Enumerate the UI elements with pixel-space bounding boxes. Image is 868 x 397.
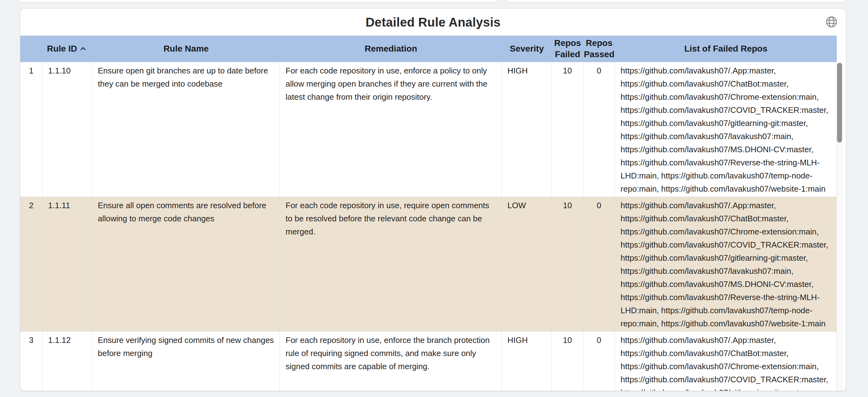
cell-rule-name: Ensure verifying signed commits of new c… [92, 332, 280, 391]
column-header-repos-failed[interactable]: Repos Failed [552, 36, 583, 62]
adjacent-card-bottom-left [20, 0, 498, 2]
cell-repos-passed: 0 [583, 197, 615, 331]
detailed-rule-analysis-card: Detailed Rule Analysis Rule ID Rule Name… [20, 8, 846, 391]
table-row: 3 1.1.12 Ensure verifying signed commits… [20, 332, 837, 391]
cell-failed-repos: https://github.com/lavakush07/.App:maste… [615, 332, 837, 391]
sort-ascending-icon [79, 44, 88, 54]
cell-rule-id: 1.1.11 [42, 197, 92, 331]
cell-severity: HIGH [502, 332, 552, 391]
scrollbar-thumb[interactable] [837, 63, 842, 143]
column-header-index [20, 36, 42, 62]
cell-failed-repos: https://github.com/lavakush07/.App:maste… [615, 197, 837, 331]
column-header-failed-repos[interactable]: List of Failed Repos [615, 36, 837, 62]
adjacent-card-bottom-right [506, 0, 846, 2]
column-header-severity-label: Severity [510, 43, 544, 54]
cell-remediation: For each code repository in use, require… [280, 197, 502, 331]
cell-failed-repos: https://github.com/lavakush07/.App:maste… [615, 62, 837, 196]
column-header-failed-repos-label: List of Failed Repos [684, 43, 767, 54]
cell-rule-name: Ensure open git branches are up to date … [92, 62, 280, 196]
cell-repos-passed: 0 [583, 62, 615, 196]
column-header-repos-failed-label: Repos Failed [554, 37, 582, 60]
column-header-rule-id[interactable]: Rule ID [42, 36, 92, 62]
column-header-remediation[interactable]: Remediation [280, 36, 502, 62]
cell-remediation: For each code repository in use, enforce… [280, 62, 502, 196]
cell-repos-passed: 0 [583, 332, 615, 391]
column-header-rule-name[interactable]: Rule Name [92, 36, 280, 62]
column-header-repos-passed-label: Repos Passed [584, 37, 614, 60]
cell-row-index: 3 [20, 332, 42, 391]
table-row: 2 1.1.11 Ensure all open comments are re… [20, 197, 837, 332]
table-scrollbar[interactable] [837, 62, 842, 391]
cell-repos-failed: 10 [552, 197, 583, 331]
column-header-repos-passed[interactable]: Repos Passed [583, 36, 615, 62]
cell-remediation: For each repository in use, enforce the … [280, 332, 502, 391]
cell-rule-id: 1.1.10 [42, 62, 92, 196]
column-header-rule-name-label: Rule Name [163, 43, 209, 54]
cell-severity: HIGH [502, 62, 552, 196]
column-header-rule-id-label: Rule ID [47, 43, 77, 54]
cell-rule-id: 1.1.12 [42, 332, 92, 391]
page-title: Detailed Rule Analysis [366, 15, 501, 29]
cell-rule-name: Ensure all open comments are resolved be… [92, 197, 280, 331]
card-header: Detailed Rule Analysis [20, 9, 846, 36]
table-row: 1 1.1.10 Ensure open git branches are up… [20, 62, 837, 197]
cell-repos-failed: 10 [552, 62, 583, 196]
column-header-remediation-label: Remediation [365, 43, 417, 54]
table-header-row: Rule ID Rule Name Remediation Severity R… [20, 36, 837, 62]
cell-row-index: 2 [20, 197, 42, 331]
cell-severity: LOW [502, 197, 552, 331]
column-header-severity[interactable]: Severity [502, 36, 552, 62]
table-body: 1 1.1.10 Ensure open git branches are up… [20, 62, 846, 391]
cell-repos-failed: 10 [552, 332, 583, 391]
cell-row-index: 1 [20, 62, 42, 196]
globe-icon[interactable] [824, 14, 839, 29]
